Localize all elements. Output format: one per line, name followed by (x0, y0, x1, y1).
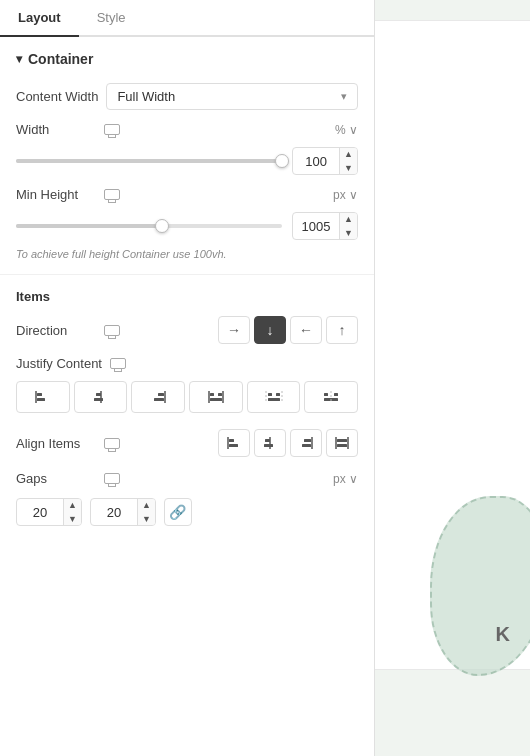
gaps-monitor-icon[interactable] (104, 473, 120, 484)
align-btn-stretch[interactable] (326, 429, 358, 457)
direction-btn-column[interactable]: ↓ (254, 316, 286, 344)
jc-btn-space-evenly[interactable] (304, 381, 358, 413)
gaps-spin-2-down[interactable]: ▼ (138, 512, 155, 526)
tab-style[interactable]: Style (79, 0, 144, 37)
jc-btn-space-between[interactable] (189, 381, 243, 413)
gaps-input-1[interactable] (17, 505, 63, 520)
align-center-icon (262, 435, 278, 451)
justify-content-row: Justify Content (0, 350, 374, 377)
content-width-row: Content Width Full Width ▾ (0, 77, 374, 116)
min-height-hint: To achieve full height Container use 100… (0, 246, 374, 270)
min-height-monitor-icon[interactable] (104, 189, 120, 200)
width-spinner: ▲ ▼ (339, 147, 357, 175)
width-monitor-icon[interactable] (104, 124, 120, 135)
gaps-spin-2-up[interactable]: ▲ (138, 498, 155, 512)
container-collapse-arrow: ▾ (16, 52, 22, 66)
svg-rect-13 (210, 398, 222, 401)
svg-rect-7 (158, 393, 164, 396)
preview-area: ‹ K (375, 0, 530, 756)
width-spin-up[interactable]: ▲ (340, 147, 357, 161)
jc-btn-center[interactable] (74, 381, 128, 413)
svg-rect-5 (94, 398, 103, 401)
direction-btn-row[interactable]: → (218, 316, 250, 344)
width-slider-fill (16, 159, 282, 163)
direction-row: Direction → ↓ ← ↑ (0, 310, 374, 350)
content-width-select[interactable]: Full Width ▾ (106, 83, 358, 110)
width-slider[interactable] (16, 159, 282, 163)
min-height-slider[interactable] (16, 224, 282, 228)
jc-btn-space-around[interactable] (247, 381, 301, 413)
gaps-inputs-row: ▲ ▼ ▲ ▼ 🔗 (0, 494, 374, 538)
container-section-header[interactable]: ▾ Container (0, 37, 374, 77)
min-height-label: Min Height (16, 187, 96, 202)
justify-content-monitor-icon[interactable] (110, 358, 126, 369)
gaps-label: Gaps (16, 471, 96, 486)
min-height-slider-thumb[interactable] (155, 219, 169, 233)
svg-rect-8 (154, 398, 164, 401)
content-width-value: Full Width (117, 89, 175, 104)
svg-rect-31 (302, 444, 311, 447)
svg-rect-27 (265, 439, 270, 442)
gaps-input-2[interactable] (91, 505, 137, 520)
align-end-icon (298, 435, 314, 451)
align-items-row: Align Items (0, 423, 374, 463)
direction-btn-row-reverse[interactable]: ← (290, 316, 322, 344)
svg-rect-2 (37, 398, 45, 401)
jc-center-icon (92, 389, 110, 405)
svg-rect-1 (37, 393, 42, 396)
min-height-slider-fill (16, 224, 162, 228)
direction-btn-column-reverse[interactable]: ↑ (326, 316, 358, 344)
gaps-input-1-wrap: ▲ ▼ (16, 498, 82, 526)
min-height-row: Min Height px ∨ (0, 181, 374, 208)
gaps-spin-1-down[interactable]: ▼ (64, 512, 81, 526)
properties-panel: Layout Style ▾ Container Content Width F… (0, 0, 375, 756)
divider-1 (0, 274, 374, 275)
preview-label: K (496, 623, 510, 646)
width-label: Width (16, 122, 96, 137)
svg-rect-20 (334, 393, 338, 396)
align-items-label: Align Items (16, 436, 96, 451)
svg-rect-14 (268, 393, 272, 396)
items-header: Items (0, 279, 374, 310)
min-height-slider-container: ▲ ▼ (0, 208, 374, 246)
min-height-spin-up[interactable]: ▲ (340, 212, 357, 226)
width-row: Width % ∨ (0, 116, 374, 143)
jc-space-between-icon (207, 389, 225, 405)
tab-bar: Layout Style (0, 0, 374, 37)
gaps-link-button[interactable]: 🔗 (164, 498, 192, 526)
jc-btn-end[interactable] (131, 381, 185, 413)
align-items-monitor-icon[interactable] (104, 438, 120, 449)
align-btn-center[interactable] (254, 429, 286, 457)
justify-content-label: Justify Content (16, 356, 102, 371)
align-btn-end[interactable] (290, 429, 322, 457)
min-height-spin-down[interactable]: ▼ (340, 226, 357, 240)
align-btn-start[interactable] (218, 429, 250, 457)
direction-label: Direction (16, 323, 96, 338)
direction-buttons: → ↓ ← ↑ (218, 316, 358, 344)
width-input-wrap: ▲ ▼ (292, 147, 358, 175)
min-height-unit[interactable]: px ∨ (333, 188, 358, 202)
direction-monitor-icon[interactable] (104, 325, 120, 336)
width-spin-down[interactable]: ▼ (340, 161, 357, 175)
align-start-icon (226, 435, 242, 451)
container-title: Container (28, 51, 93, 67)
width-unit[interactable]: % ∨ (335, 123, 358, 137)
jc-btn-start[interactable] (16, 381, 70, 413)
tab-layout[interactable]: Layout (0, 0, 79, 37)
jc-end-icon (149, 389, 167, 405)
gaps-row: Gaps px ∨ (0, 463, 374, 494)
svg-rect-28 (264, 444, 273, 447)
svg-rect-34 (337, 439, 347, 442)
content-width-label: Content Width (16, 89, 98, 104)
svg-rect-11 (210, 393, 214, 396)
gaps-spin-1-up[interactable]: ▲ (64, 498, 81, 512)
svg-rect-12 (218, 393, 222, 396)
gaps-spinner-2: ▲ ▼ (137, 498, 155, 526)
width-input[interactable] (293, 154, 339, 169)
width-slider-thumb[interactable] (275, 154, 289, 168)
min-height-input[interactable] (293, 219, 339, 234)
gaps-unit[interactable]: px ∨ (333, 472, 358, 486)
align-stretch-icon (334, 435, 350, 451)
justify-content-buttons (0, 377, 374, 423)
jc-space-around-icon (265, 389, 283, 405)
